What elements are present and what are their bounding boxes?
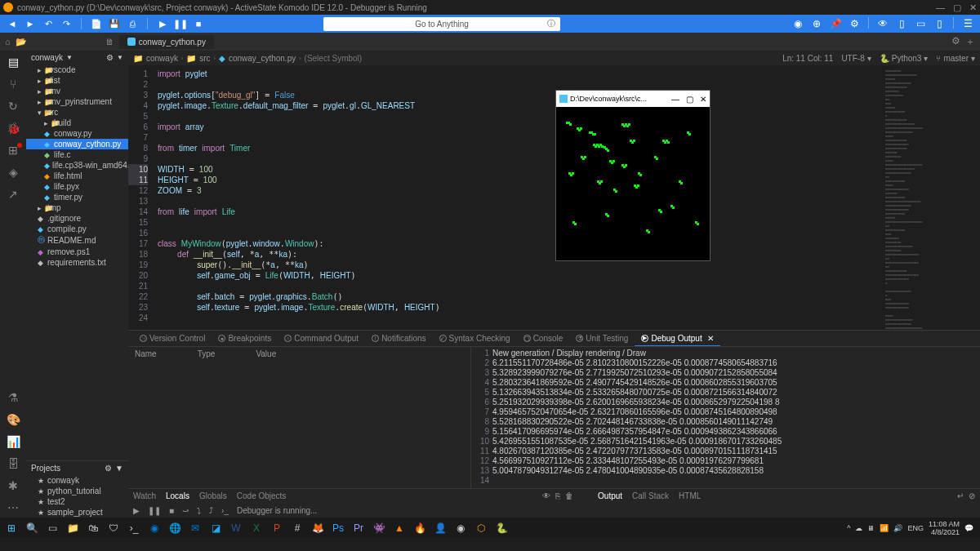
tree-item[interactable]: ◆.gitignore [26,213,128,224]
tab-version-control[interactable]: ⑂Version Control [133,331,212,345]
step-over-icon[interactable]: ⤻ [182,506,189,515]
terminal-icon[interactable]: ›_ [124,519,144,537]
tab-code-objects[interactable]: Code Objects [237,491,287,500]
tab-command-output[interactable]: ›Command Output [278,331,365,345]
edge-icon[interactable]: ◉ [145,519,164,537]
home-icon[interactable]: ⌂ [5,37,11,47]
premiere-icon[interactable]: Pr [349,519,368,537]
tray-icon[interactable]: ☁ [855,524,862,532]
project-item[interactable]: ★sample_project [26,507,128,518]
refresh-icon[interactable]: ↻ [2,96,24,116]
tree-item[interactable]: ▸ 📁.vscode [26,64,128,75]
close-button[interactable]: ✕ [969,2,977,13]
db-icon[interactable]: 🗄 [2,454,24,473]
debug-icon[interactable]: 🐞 [2,118,24,138]
crumb[interactable]: conwayk [146,54,178,63]
eye-icon[interactable]: 👁 [542,491,550,500]
gear-icon[interactable]: ⚙ [105,464,112,473]
minimize-button[interactable]: — [936,2,945,13]
tree-item[interactable]: ◆conway.py [26,128,128,139]
target-icon[interactable]: ⊕ [809,17,824,30]
search-icon[interactable]: 🔍 [22,519,42,537]
add-icon[interactable]: ＋ [965,35,975,49]
redo-icon[interactable]: ↷ [59,17,74,30]
tree-item[interactable]: ◆conway_cython.py [26,139,128,149]
powerpoint-icon[interactable]: P [267,519,287,537]
tree-item[interactable]: ◆compile.py [26,224,128,234]
tab-locals[interactable]: Locals [166,491,189,500]
project-item[interactable]: ★test2 [26,496,128,507]
menu-icon[interactable]: ☰ [960,17,975,30]
vscode-icon[interactable]: ◪ [206,519,225,537]
color-icon[interactable]: 🎨 [2,410,24,429]
tree-item[interactable]: ▸ 📁tmp [26,202,128,213]
pyglet-game-window[interactable]: D:\Dev\conwayk\src\c... — ▢ ✕ [555,90,710,261]
tree-item[interactable]: ◆remove.ps1 [26,247,128,257]
layout-icon-3[interactable]: ▯ [932,17,947,30]
word-icon[interactable]: W [226,519,246,537]
new-file-icon[interactable]: 📄 [89,17,104,30]
layout-icon-2[interactable]: ▭ [913,17,928,30]
project-item[interactable]: ★conwayk [26,475,128,486]
app-icon[interactable]: 👤 [430,519,450,537]
vpn-icon[interactable]: 🛡 [104,519,123,537]
tray-language[interactable]: ENG [907,524,924,532]
game-title-bar[interactable]: D:\Dev\conwayk\src\c... — ▢ ✕ [556,91,710,107]
obs-icon[interactable]: ◉ [451,519,470,537]
projects-header[interactable]: Projects ⚙ ▼ [26,460,128,475]
app-icon[interactable]: 👾 [369,519,389,537]
undo-icon[interactable]: ↶ [41,17,56,30]
crumb[interactable]: src [199,54,210,63]
python-icon[interactable]: 🐍 [492,519,511,537]
share-icon[interactable]: ↗ [2,184,24,204]
chart-icon[interactable]: 📊 [2,432,24,451]
task-view-icon[interactable]: ▭ [42,519,62,537]
game-minimize[interactable]: — [671,95,679,104]
trash-icon[interactable]: 🗑 [565,491,573,500]
close-tab-icon[interactable]: ✕ [707,334,714,343]
symbol-selector[interactable]: (Select Symbol) [305,54,363,63]
layout-icon-1[interactable]: ▯ [894,17,909,30]
tree-item[interactable]: ▸ 📁env [26,86,128,96]
play-icon[interactable]: ▶ [133,506,140,515]
copy-icon[interactable]: ⎘ [555,491,560,500]
view-icon[interactable]: 👁 [875,17,890,30]
more-icon[interactable]: ⋯ [2,498,24,518]
app-icon[interactable]: 🔥 [410,519,430,537]
git-branch[interactable]: ⑂ master ▾ [936,54,975,63]
pin-icon[interactable]: 📌 [828,17,843,30]
tab-syntax[interactable]: ✓Syntax Checking [433,331,517,345]
save-icon[interactable]: 💾 [107,17,122,30]
language[interactable]: 🐍 Python3 ▾ [880,54,929,63]
tree-item[interactable]: ▸ 📁build [26,118,128,128]
tree-item[interactable]: ▸ 📁env_pyinstrument [26,96,128,107]
record-icon[interactable]: ◉ [791,17,805,30]
stop-icon[interactable]: ■ [169,506,174,515]
project-header[interactable]: conwayk ▼ ⚙ ▼ [26,51,128,64]
flask-icon[interactable]: ⚗ [2,388,24,407]
maximize-button[interactable]: ▢ [953,2,961,13]
tab-notifications[interactable]: !Notifications [365,331,432,345]
cloud-icon[interactable]: ◈ [2,162,24,182]
tray-volume-icon[interactable]: 🔊 [893,524,902,532]
vlc-icon[interactable]: ▲ [390,519,409,537]
open-folder-icon[interactable]: 📂 [16,37,27,47]
explorer-icon[interactable]: ▤ [2,52,24,72]
info-icon[interactable]: ⓘ [547,18,555,29]
play-button[interactable]: ▶ [155,17,170,30]
tree-item[interactable]: ◆life.cp38-win_amd64.pyd [26,160,128,171]
start-button[interactable]: ⊞ [2,519,21,537]
regex-icon[interactable]: ✱ [2,476,24,495]
excel-icon[interactable]: X [247,519,266,537]
clear-icon[interactable]: ⊘ [969,491,975,500]
tray-notifications-icon[interactable]: 💬 [964,524,973,532]
firefox-icon[interactable]: 🦊 [308,519,327,537]
wrap-icon[interactable]: ↵ [957,491,964,500]
tab-unit-testing[interactable]: ⚗Unit Testing [569,331,635,345]
outlook-icon[interactable]: ✉ [185,519,205,537]
save-all-icon[interactable]: ⎙ [125,17,140,30]
explorer-icon[interactable]: 📁 [63,519,82,537]
debug-output[interactable]: 1New generation / Display rendering / Dr… [471,347,980,488]
pause-icon[interactable]: ❚❚ [148,506,161,515]
tree-item[interactable]: ◆life.c [26,149,128,160]
